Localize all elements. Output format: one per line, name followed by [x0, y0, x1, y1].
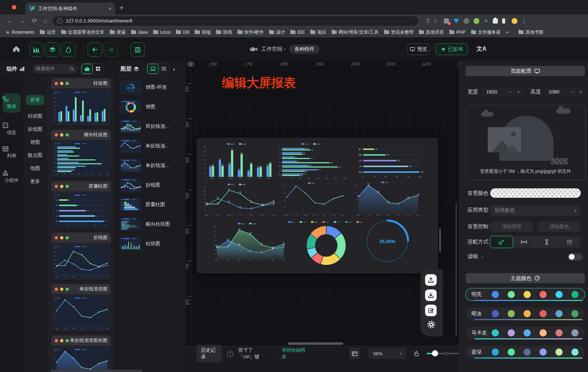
clear-background-button[interactable]: 清除背景 — [490, 222, 533, 232]
chart-area2[interactable]: data1data2050100150200250300350MonTueWed… — [213, 222, 285, 262]
category-饼图[interactable]: 饼图 — [26, 139, 44, 146]
reload-icon[interactable]: ⟳ — [32, 17, 37, 25]
thumbnail-view-button[interactable] — [147, 64, 159, 74]
layer-item-line1[interactable]: 单折线渐... — [120, 139, 169, 153]
layer-item-bar[interactable]: 柱状图 — [120, 237, 160, 251]
color-dot[interactable] — [555, 329, 563, 337]
canvas-component-hbar[interactable]: data1data2050100150200250300350Mon120100… — [277, 142, 349, 180]
layout-toggle-button[interactable] — [349, 348, 360, 359]
plus-button[interactable]: + — [514, 89, 522, 95]
minus-button[interactable]: − — [507, 89, 514, 95]
zoom-select[interactable]: 36% ▾ — [369, 348, 406, 359]
color-dot[interactable] — [524, 348, 531, 356]
bookmarks-overflow-button[interactable]: » — [506, 30, 508, 35]
layer-item-capsule[interactable]: 厦门20南阳40北京60上海80新疆100胶囊柱图 — [120, 198, 165, 212]
color-dot[interactable] — [492, 310, 499, 317]
canvas-text-component[interactable]: 编辑大屏报表 — [222, 75, 296, 91]
sidebar-item-小组件[interactable]: 小组件 — [3, 170, 21, 184]
chart-capsule[interactable]: 厦门20南阳40北京60上海80新疆100020406080100 — [356, 143, 425, 179]
category-散点图[interactable]: 散点图 — [26, 152, 44, 159]
zoom-slider[interactable] — [427, 351, 459, 356]
color-dot[interactable] — [555, 291, 563, 298]
layer-item-area1[interactable]: 单折线渐... — [120, 159, 169, 172]
color-dot[interactable] — [539, 291, 547, 298]
project-name-badge[interactable]: 各种组件 — [289, 45, 320, 54]
bookmark-folder-IDE[interactable]: IDE — [290, 29, 305, 35]
collapse-panel-icon[interactable]: ‹ — [173, 66, 175, 72]
height-stepper[interactable]: 1080 − + — [544, 87, 585, 96]
save-button[interactable] — [130, 42, 145, 57]
chart-line1[interactable]: data1050100150200MonTueWedThuFriSatSun — [283, 181, 344, 217]
editor-canvas[interactable]: 6007008009001000110012001300 20030040050… — [186, 61, 459, 346]
extension-gem-icon[interactable] — [453, 19, 459, 26]
forward-icon[interactable]: → — [19, 17, 25, 25]
color-dot[interactable] — [539, 329, 547, 337]
bookmark-folder-网站/博客/文章/工具[interactable]: 网站/博客/文章/工具 — [332, 29, 378, 35]
url-bar[interactable]: i 127.0.0.1:3000/#/chart/home/9 — [52, 16, 418, 26]
browser-tab[interactable]: 工作空间-各种组件 × — [25, 3, 115, 14]
close-window-button[interactable] — [12, 5, 16, 9]
panel-scrollbar[interactable] — [455, 203, 457, 335]
edit-button[interactable] — [425, 305, 437, 316]
color-dot[interactable] — [539, 310, 547, 317]
category-更多[interactable]: 更多 — [26, 178, 44, 185]
minus-button[interactable]: − — [569, 89, 577, 95]
color-dot[interactable] — [492, 329, 499, 337]
help-icon[interactable]: ? — [227, 350, 233, 357]
canvas-component-area2[interactable]: data1data2050100150200250300350MonTueWed… — [213, 222, 285, 262]
upload-button[interactable] — [425, 274, 437, 286]
extension-star-icon[interactable]: ✶ — [484, 18, 488, 24]
color-dot[interactable] — [508, 348, 515, 356]
settings-gear-icon[interactable] — [427, 320, 436, 329]
component-card-柱状图[interactable]: 柱状图050100150200250300350MonTueWedThuFriS… — [51, 78, 111, 126]
publish-button[interactable]: 已发布 — [435, 43, 468, 55]
tab-close-icon[interactable]: × — [109, 6, 112, 12]
bookmark-folder-游戏[interactable]: 游戏 — [216, 29, 232, 35]
sidebar-item-列表[interactable]: 列表 — [3, 146, 21, 159]
new-tab-button[interactable]: + — [119, 4, 124, 12]
extensions-puzzle-icon[interactable] — [493, 18, 498, 24]
extension-green-icon[interactable] — [474, 18, 479, 24]
redo-button[interactable] — [104, 42, 118, 57]
color-dot[interactable] — [571, 310, 579, 317]
layer-item-donut[interactable]: 饼图 — [120, 100, 155, 114]
extension-pin-icon[interactable]: 9 — [444, 18, 449, 24]
plus-button[interactable]: + — [577, 89, 585, 95]
color-dot[interactable] — [524, 310, 531, 317]
layer-item-hbar[interactable]: 横向柱状图 — [120, 217, 170, 231]
chart-hbar[interactable]: data1data2050100150200250300350Mon120100… — [277, 142, 349, 180]
canvas-vertical-scrollbar[interactable] — [439, 228, 441, 252]
list-view-button[interactable] — [159, 64, 169, 73]
bookmark-folder-近期需要读的文章[interactable]: 近期需要读的文章 — [61, 29, 104, 35]
page-config-header[interactable]: 页面配置 — [466, 66, 585, 76]
layer-item-line2[interactable]: 折线图 — [120, 178, 160, 192]
color-dot[interactable] — [555, 310, 563, 317]
color-dot[interactable] — [571, 348, 579, 356]
fit-width-button[interactable] — [513, 236, 536, 248]
bookmark-folder-其他语言[interactable]: 其他语言 — [419, 29, 444, 35]
history-button[interactable]: 历史记录 — [197, 345, 222, 362]
bookmark-folder-运营[interactable]: 运营 — [40, 29, 56, 35]
theme-row-马卡龙[interactable]: 马卡龙 — [466, 327, 585, 339]
bookmarks-manager[interactable]: ★ Bookmarks — [5, 29, 34, 35]
bookmark-folder-PHP[interactable]: PHP — [449, 29, 466, 35]
bookmark-folder-文件服务器[interactable]: 文件服务器 — [471, 29, 501, 35]
bookmark-folder-DB[interactable]: DB — [176, 29, 189, 35]
toolbox-view-button[interactable] — [81, 64, 93, 74]
app-type-select[interactable]: 应用颜色 ▾ — [490, 205, 581, 216]
menu-dots-icon[interactable]: ⋮ — [522, 18, 527, 24]
component-card-横向柱状图[interactable]: 横向柱状图050100150200250300350MonTueWedThuFr… — [51, 130, 111, 177]
eye-icon[interactable] — [187, 62, 194, 67]
color-dot[interactable] — [508, 291, 515, 298]
translate-icon[interactable]: 文A — [476, 45, 487, 53]
width-stepper[interactable]: 1920 − + — [482, 87, 522, 96]
canvas-component-area1[interactable]: data1050100150200MonTueWedThuFriSatSun12… — [354, 180, 420, 217]
chart-area1[interactable]: data1050100150200MonTueWedThuFriSatSun12… — [354, 180, 420, 217]
color-dot[interactable] — [555, 348, 563, 356]
filter-section-label[interactable]: 滤镜 › — [467, 253, 483, 260]
home-icon[interactable]: ⌂ — [43, 17, 47, 25]
canvas-horizontal-scrollbar[interactable] — [288, 342, 343, 345]
canvas-component-ring[interactable]: 25.00% — [353, 217, 422, 264]
sidebar-item-图表[interactable]: 图表 — [3, 93, 21, 113]
color-dot[interactable] — [524, 329, 531, 337]
